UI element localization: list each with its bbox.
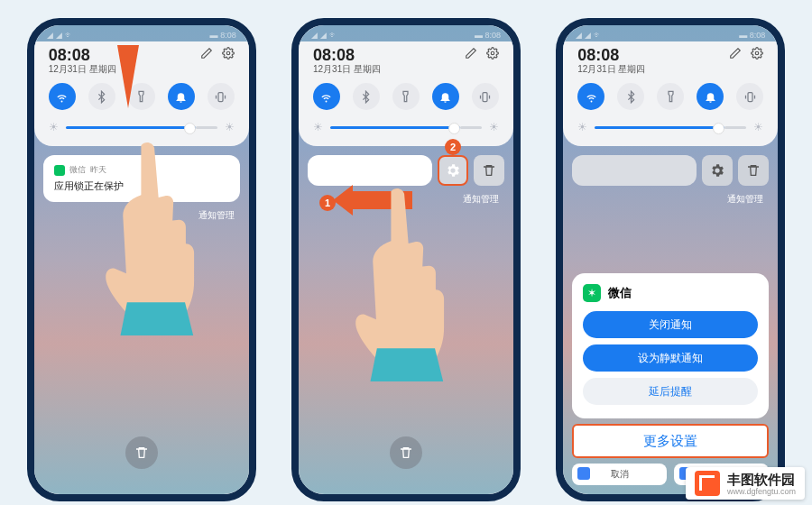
shade-date: 12月31日 星期四 [49, 63, 116, 76]
wechat-icon [54, 165, 65, 176]
svg-rect-5 [748, 92, 752, 101]
brightness-high-icon: ☀ [225, 121, 235, 133]
svg-point-4 [756, 51, 760, 55]
edit-icon[interactable] [465, 47, 477, 60]
notification-settings-button[interactable] [438, 155, 468, 186]
notification-delete-button[interactable] [474, 155, 504, 186]
svg-rect-1 [218, 92, 223, 101]
svg-rect-3 [483, 92, 487, 101]
status-bar: ◢◢ᯤ ▬ 8:08 [34, 25, 249, 41]
notification-card-swiped[interactable] [308, 155, 432, 186]
swipe-down-arrow [117, 45, 139, 108]
watermark-url: www.dgfengtu.com [727, 487, 796, 496]
delay-notification-button[interactable]: 延后提醒 [583, 378, 758, 405]
brightness-slider[interactable]: ☀☀ [572, 114, 769, 137]
qs-bluetooth[interactable] [353, 83, 380, 110]
wechat-icon: ✶ [583, 284, 601, 302]
sheet-app-name: 微信 [608, 285, 632, 301]
edit-icon[interactable] [729, 47, 742, 60]
notification-settings-button[interactable] [702, 155, 733, 186]
phone-step-1: ◢◢ᯤ ▬ 8:08 08:08 12月31日 星期四 [27, 18, 256, 501]
qs-vibrate[interactable] [736, 83, 763, 110]
notification-card-swiped[interactable] [572, 155, 697, 186]
settings-icon[interactable] [486, 47, 499, 60]
notification-shade: 08:08 12月31日 星期四 ☀☀ [563, 41, 778, 146]
step-badge-2: 2 [445, 139, 461, 155]
brightness-low-icon: ☀ [49, 121, 59, 133]
qs-bell[interactable] [168, 83, 195, 110]
qs-bell[interactable] [432, 83, 459, 110]
qs-wifi[interactable] [313, 83, 340, 110]
svg-point-2 [491, 51, 494, 55]
hand-gesture-icon [96, 137, 195, 339]
hand-gesture-icon [346, 183, 445, 385]
qs-wifi[interactable] [577, 83, 604, 110]
shade-clock: 08:08 [49, 47, 116, 63]
qs-flashlight[interactable] [657, 83, 684, 110]
watermark: 丰图软件园 www.dgfengtu.com [686, 467, 805, 500]
qs-bluetooth[interactable] [88, 83, 115, 110]
notif-app-name: 微信 [69, 164, 86, 176]
svg-point-0 [226, 51, 230, 55]
status-bar: ◢◢ᯤ ▬ 8:08 [563, 25, 778, 41]
qs-vibrate[interactable] [472, 83, 499, 110]
qs-wifi[interactable] [49, 83, 76, 110]
clear-all-button[interactable] [390, 436, 422, 469]
quick-settings-row [43, 79, 240, 114]
notification-shade: 08:08 12月31日 星期四 ☀ [34, 41, 249, 146]
cancel-button-left[interactable]: 取消 [572, 464, 667, 485]
qs-vibrate[interactable] [208, 83, 235, 110]
brightness-slider[interactable]: ☀☀ [308, 114, 504, 137]
notification-management-link[interactable]: 通知管理 [572, 186, 769, 207]
qs-bluetooth[interactable] [617, 83, 644, 110]
wifi-status-icon: ᯤ [65, 31, 73, 40]
settings-icon[interactable] [222, 47, 235, 60]
wallpaper: ◢◢ᯤ ▬ 8:08 08:08 12月31日 星期四 [299, 25, 513, 494]
wallpaper: ◢◢ᯤ ▬ 8:08 08:08 12月31日 星期四 [563, 25, 778, 494]
edit-icon[interactable] [200, 47, 213, 60]
brightness-slider[interactable]: ☀ ☀ [43, 114, 240, 137]
more-settings-button[interactable]: 更多设置 [572, 424, 769, 458]
watermark-title: 丰图软件园 [727, 472, 796, 489]
watermark-logo-icon [695, 471, 720, 496]
close-notification-button[interactable]: 关闭通知 [583, 311, 758, 338]
silent-notification-button[interactable]: 设为静默通知 [583, 344, 758, 372]
clear-all-button[interactable] [125, 436, 158, 469]
qs-flashlight[interactable] [392, 83, 420, 110]
phone-step-3: ◢◢ᯤ ▬ 8:08 08:08 12月31日 星期四 [556, 18, 785, 501]
qs-bell[interactable] [697, 83, 724, 110]
phone-step-2: ◢◢ᯤ ▬ 8:08 08:08 12月31日 星期四 [291, 18, 521, 501]
action-sheet: ✶ 微信 关闭通知 设为静默通知 延后提醒 更多设置 取消 取消 [563, 264, 778, 494]
status-bar: ◢◢ᯤ ▬ 8:08 [299, 25, 513, 41]
notification-delete-button[interactable] [738, 155, 769, 186]
notification-shade: 08:08 12月31日 星期四 ☀☀ [299, 41, 513, 146]
settings-icon[interactable] [751, 47, 763, 60]
wallpaper: ◢◢ᯤ ▬ 8:08 08:08 12月31日 星期四 [34, 25, 249, 494]
